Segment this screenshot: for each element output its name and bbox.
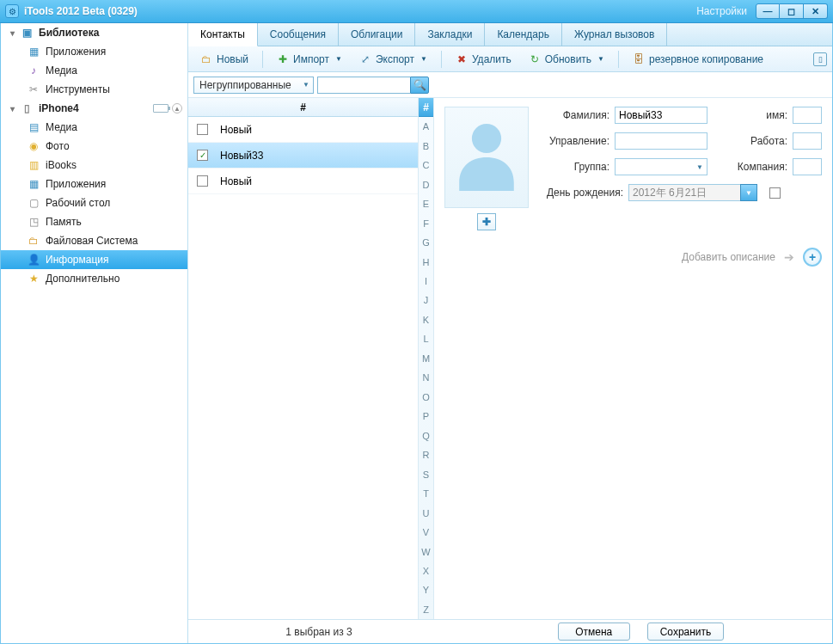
- export-button[interactable]: ⤢Экспорт▼: [352, 50, 434, 69]
- sidebar-dev-filesystem[interactable]: 🗀Файловая Система: [1, 231, 187, 250]
- sidebar-dev-ibooks[interactable]: ▥iBooks: [1, 156, 187, 175]
- sidebar-library[interactable]: ▾ ▣ Библиотека: [1, 23, 187, 42]
- dept-label: Управление:: [541, 135, 609, 147]
- alpha-letter[interactable]: Q: [419, 426, 433, 445]
- alpha-letter[interactable]: Z: [419, 600, 433, 619]
- group-filter-select[interactable]: Негруппированные: [193, 77, 314, 94]
- alpha-letter[interactable]: C: [419, 156, 433, 175]
- dropdown-icon: ▼: [335, 55, 342, 63]
- star-icon: ★: [27, 272, 40, 285]
- sidebar-dev-media[interactable]: ▤Медиа: [1, 118, 187, 137]
- alpha-letter[interactable]: V: [419, 523, 433, 542]
- chevron-down-icon: ▾: [6, 28, 18, 38]
- eject-button[interactable]: ▲: [172, 103, 182, 113]
- delete-button[interactable]: ✖Удалить: [449, 50, 518, 69]
- sidebar-dev-apps[interactable]: ▦Приложения: [1, 175, 187, 193]
- sidebar-lib-media[interactable]: ♪Медиа: [1, 61, 187, 80]
- alpha-letter[interactable]: E: [419, 194, 433, 213]
- person-icon: 👤: [27, 253, 40, 267]
- save-button[interactable]: Сохранить: [647, 623, 725, 641]
- dept-input[interactable]: [615, 132, 707, 150]
- minimize-button[interactable]: —: [756, 3, 780, 19]
- name-input[interactable]: [793, 107, 822, 124]
- device-toggle-button[interactable]: ▯: [813, 52, 827, 66]
- sidebar-dev-memory[interactable]: ◳Память: [1, 212, 187, 231]
- alpha-letter[interactable]: B: [419, 136, 433, 155]
- alpha-letter[interactable]: X: [419, 561, 433, 580]
- tab-calendar[interactable]: Календарь: [485, 23, 562, 46]
- maximize-button[interactable]: ◻: [780, 3, 804, 19]
- name-label: имя:: [746, 109, 787, 121]
- alpha-letter[interactable]: D: [419, 175, 433, 193]
- group-select[interactable]: [615, 158, 707, 175]
- alpha-letter[interactable]: S: [419, 464, 433, 483]
- apps-icon: ▦: [27, 45, 40, 58]
- sidebar-device[interactable]: ▾ ▯ iPhone4 ▲: [1, 99, 187, 118]
- tab-contacts[interactable]: Контакты: [188, 23, 258, 46]
- sidebar-dev-info[interactable]: 👤Информация: [1, 250, 187, 269]
- alpha-letter[interactable]: J: [419, 291, 433, 310]
- contact-row[interactable]: ✓Новый33: [188, 143, 418, 169]
- alpha-letter[interactable]: Y: [419, 580, 433, 599]
- dropdown-icon: ▼: [597, 55, 604, 63]
- alpha-letter[interactable]: T: [419, 484, 433, 503]
- job-input[interactable]: [793, 132, 822, 150]
- alpha-letter[interactable]: I: [419, 272, 433, 291]
- titlebar: ⚙ iTools 2012 Beta (0329) Настройки — ◻ …: [0, 0, 833, 23]
- refresh-button[interactable]: ↻Обновить▼: [522, 50, 611, 69]
- search-input[interactable]: [317, 77, 410, 94]
- tab-bookmarks[interactable]: Закладки: [415, 23, 485, 46]
- import-button[interactable]: ✚Импорт▼: [270, 50, 349, 69]
- alpha-letter[interactable]: A: [419, 117, 433, 136]
- tab-messages[interactable]: Сообщения: [258, 23, 339, 46]
- sidebar-dev-more[interactable]: ★Дополнительно: [1, 269, 187, 288]
- backup-button[interactable]: 🗄резервное копирование: [626, 50, 770, 69]
- alpha-letter[interactable]: W: [419, 542, 433, 561]
- tab-calllog[interactable]: Журнал вызовов: [562, 23, 667, 46]
- birthday-checkbox[interactable]: [769, 187, 781, 199]
- company-label: Компания:: [734, 161, 787, 173]
- add-description-button[interactable]: +: [803, 248, 822, 267]
- add-photo-button[interactable]: ✚: [477, 213, 496, 230]
- contact-row[interactable]: Новый: [188, 169, 418, 194]
- search-button[interactable]: 🔍: [410, 77, 429, 94]
- alpha-letter[interactable]: O: [419, 388, 433, 407]
- filter-bar: Негруппированные 🔍: [188, 72, 832, 98]
- cancel-button[interactable]: Отмена: [558, 623, 630, 641]
- row-checkbox[interactable]: [197, 124, 208, 135]
- contact-row[interactable]: Новый: [188, 117, 418, 143]
- job-label: Работа:: [746, 135, 787, 147]
- alpha-letter[interactable]: U: [419, 503, 433, 522]
- tab-bonds[interactable]: Облигации: [339, 23, 415, 46]
- alpha-index-header[interactable]: #: [419, 98, 433, 117]
- alpha-letter[interactable]: L: [419, 329, 433, 348]
- birthday-picker-button[interactable]: ▼: [740, 184, 757, 201]
- alpha-letter[interactable]: F: [419, 213, 433, 232]
- alpha-letter[interactable]: P: [419, 407, 433, 426]
- footer: 1 выбран из 3 Отмена Сохранить: [188, 619, 832, 643]
- sidebar-dev-photo[interactable]: ◉Фото: [1, 137, 187, 156]
- alpha-index: # ABCDEFGHIJKLMNOPQRSTUVWXYZ: [418, 98, 433, 619]
- plus-icon: ✚: [277, 53, 289, 65]
- close-button[interactable]: ✕: [804, 3, 828, 19]
- sidebar-dev-desktop[interactable]: ▢Рабочий стол: [1, 193, 187, 212]
- row-checkbox[interactable]: ✓: [197, 150, 208, 161]
- apps-icon: ▦: [27, 177, 40, 191]
- alpha-letter[interactable]: G: [419, 233, 433, 252]
- alpha-letter[interactable]: R: [419, 445, 433, 464]
- group-label: Группа:: [541, 161, 609, 173]
- row-checkbox[interactable]: [197, 175, 208, 187]
- birthday-input[interactable]: [628, 184, 740, 201]
- alpha-letter[interactable]: H: [419, 252, 433, 271]
- new-button[interactable]: 🗀Новый: [193, 50, 255, 69]
- sidebar-lib-apps[interactable]: ▦Приложения: [1, 42, 187, 61]
- alpha-letter[interactable]: M: [419, 349, 433, 368]
- company-input[interactable]: [793, 158, 822, 175]
- sidebar-lib-tools[interactable]: ✂Инструменты: [1, 80, 187, 99]
- photo-icon: ◉: [27, 139, 40, 153]
- surname-input[interactable]: [615, 107, 707, 124]
- alpha-letter[interactable]: N: [419, 368, 433, 387]
- settings-link[interactable]: Настройки: [696, 5, 747, 17]
- alpha-letter[interactable]: K: [419, 310, 433, 329]
- surname-label: Фамилия:: [541, 109, 609, 121]
